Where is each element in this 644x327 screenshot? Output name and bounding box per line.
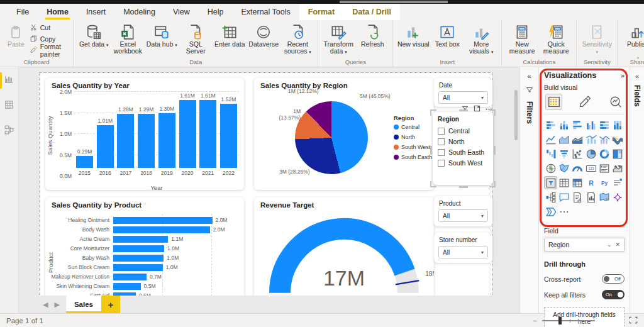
product-dropdown[interactable]: All ▾ xyxy=(438,209,488,222)
pie[interactable] xyxy=(295,101,368,174)
bar[interactable] xyxy=(113,283,141,290)
prev-page-arrow-icon[interactable]: ◀ xyxy=(43,301,48,309)
visual-type-ribbon-chart[interactable] xyxy=(611,133,625,146)
region-option-south-west[interactable]: South West xyxy=(438,159,488,167)
bar[interactable] xyxy=(97,125,114,168)
visual-type-r-script[interactable]: R xyxy=(584,176,597,189)
visual-type-donut-chart[interactable] xyxy=(597,147,611,160)
visual-sales-by-region[interactable]: Sales Quantity by Region 5M (46.05%)3M (… xyxy=(254,78,434,190)
chevron-down-icon[interactable]: ⌄ xyxy=(607,241,612,248)
add-page-button[interactable]: + xyxy=(101,296,120,313)
zoom-out-icon[interactable]: − xyxy=(533,317,538,324)
more-visuals-button[interactable]: More visuals ▾ xyxy=(465,22,497,55)
bar[interactable] xyxy=(179,100,196,168)
visual-type-line-clustered-column-chart[interactable] xyxy=(597,133,611,146)
legend-item[interactable]: South West xyxy=(394,144,432,150)
visual-type-power-automate[interactable] xyxy=(544,205,557,218)
checkbox[interactable] xyxy=(438,128,445,135)
visual-type-map[interactable] xyxy=(544,162,557,175)
bar[interactable] xyxy=(117,114,134,168)
new-measure-button[interactable]: New measure xyxy=(506,22,538,55)
bar[interactable] xyxy=(113,245,164,252)
enter-data-button[interactable]: Enter data xyxy=(213,22,246,48)
visual-type-line-chart[interactable] xyxy=(544,133,557,146)
field-well-region[interactable]: Region ⌄ ✕ xyxy=(544,238,625,252)
bar[interactable] xyxy=(138,114,155,168)
visual-revenue-target[interactable]: Revenue Target 17M18M xyxy=(254,197,434,296)
bar[interactable] xyxy=(113,217,213,224)
region-option-south-easth[interactable]: South Easth xyxy=(438,148,488,156)
next-page-arrow-icon[interactable]: ▶ xyxy=(54,301,59,309)
menu-tab-help[interactable]: Help xyxy=(199,4,233,20)
slicer-store-number[interactable]: Store number All ▾ xyxy=(434,233,492,263)
sidebar-model-view[interactable] xyxy=(0,123,19,139)
visual-type-decomposition-tree[interactable] xyxy=(544,191,557,204)
canvas-scrollbar[interactable] xyxy=(514,90,518,140)
cut-button[interactable]: Cut xyxy=(30,23,70,33)
recent-sources-button[interactable]: Recent sources ▾ xyxy=(281,22,314,55)
visual-type-python-visual[interactable]: Py xyxy=(597,176,611,189)
legend-item[interactable]: Central xyxy=(394,124,432,130)
date-dropdown[interactable]: All ▾ xyxy=(438,91,488,104)
menu-tab-home[interactable]: Home xyxy=(38,4,77,20)
region-option-north[interactable]: North xyxy=(438,138,488,145)
cross-report-toggle[interactable]: Off xyxy=(602,274,625,284)
legend-item[interactable]: South Easth xyxy=(394,154,432,160)
region-option-central[interactable]: Central xyxy=(438,127,488,135)
build-visual-tab[interactable] xyxy=(545,94,562,110)
sql-server-button[interactable]: SQL Server xyxy=(179,22,212,55)
transform-data-button[interactable]: Transform data ▾ xyxy=(322,22,355,55)
drag-handle-right[interactable] xyxy=(494,146,496,155)
sensitivity-button[interactable]: Sensitivity ▾ xyxy=(580,22,613,55)
fields-pane-collapsed[interactable]: « Fields xyxy=(630,67,644,313)
sidebar-data-view[interactable] xyxy=(0,97,19,114)
visual-type-funnel-chart[interactable] xyxy=(557,147,570,160)
visual-type-scatter-chart[interactable] xyxy=(571,147,584,160)
visual-type-slicer[interactable] xyxy=(544,176,557,189)
drill-through-field-dropzone[interactable]: Add drill-through fields here xyxy=(544,307,625,327)
menu-tab-external-tools[interactable]: External Tools xyxy=(232,4,299,20)
paste-button[interactable]: Paste xyxy=(4,22,28,48)
expand-filters-icon[interactable]: « xyxy=(527,72,531,80)
visual-type-stacked-bar-chart[interactable] xyxy=(544,118,557,131)
bar[interactable] xyxy=(113,264,163,271)
checkbox[interactable] xyxy=(438,138,445,145)
bar[interactable] xyxy=(158,113,175,168)
remove-field-icon[interactable]: ✕ xyxy=(615,241,620,248)
visual-sales-by-year[interactable]: Sales Quantity by Year 0.29M20151.01M201… xyxy=(45,78,244,190)
visual-type-stacked-area-chart[interactable] xyxy=(571,133,584,146)
format-painter-button[interactable]: Format painter xyxy=(30,45,70,55)
visual-type-stacked-column-chart[interactable] xyxy=(557,118,570,131)
new-visual-button[interactable]: New visual xyxy=(397,22,430,48)
filters-pane-collapsed[interactable]: « Filters xyxy=(519,67,538,313)
legend-item[interactable]: North xyxy=(394,134,432,140)
bar[interactable] xyxy=(199,100,216,168)
drag-handle-top[interactable] xyxy=(459,109,468,111)
visual-type-clustered-column-chart[interactable] xyxy=(584,118,597,131)
text-box-button[interactable]: Text box xyxy=(431,22,464,48)
dataverse-button[interactable]: Dataverse xyxy=(247,22,280,48)
slicer-region[interactable]: Region CentralNorthSouth EasthSouth West xyxy=(433,112,493,185)
analytics-tab[interactable] xyxy=(608,94,625,110)
menu-tab-insert[interactable]: Insert xyxy=(77,4,114,20)
visual-type-pie-chart[interactable] xyxy=(584,147,597,160)
bar[interactable] xyxy=(76,156,93,168)
drag-handle-left[interactable] xyxy=(430,146,432,155)
report-page[interactable]: Sales Quantity by Year 0.29M20151.01M201… xyxy=(40,72,492,296)
visual-type-kpi[interactable] xyxy=(611,162,625,175)
format-visual-tab[interactable] xyxy=(576,94,593,110)
expand-fields-icon[interactable]: « xyxy=(635,72,639,80)
visual-type-qa-visual[interactable] xyxy=(557,191,570,204)
zoom-slider[interactable] xyxy=(542,320,595,321)
visual-type-matrix[interactable] xyxy=(571,176,584,189)
visual-type-paginated-report[interactable] xyxy=(584,191,597,204)
visual-type-treemap[interactable] xyxy=(611,147,625,160)
page-tab-sales[interactable]: Sales xyxy=(66,296,101,313)
visual-type-table[interactable] xyxy=(557,176,570,189)
bar[interactable] xyxy=(220,104,237,168)
collapse-ribbon-icon[interactable]: ˆ xyxy=(637,57,639,64)
visual-type-smart-narrative[interactable] xyxy=(571,191,584,204)
visual-type-hundred-stacked-column-chart[interactable] xyxy=(611,118,625,131)
visual-type-line-stacked-column-chart[interactable] xyxy=(584,133,597,146)
bar[interactable] xyxy=(113,274,147,280)
